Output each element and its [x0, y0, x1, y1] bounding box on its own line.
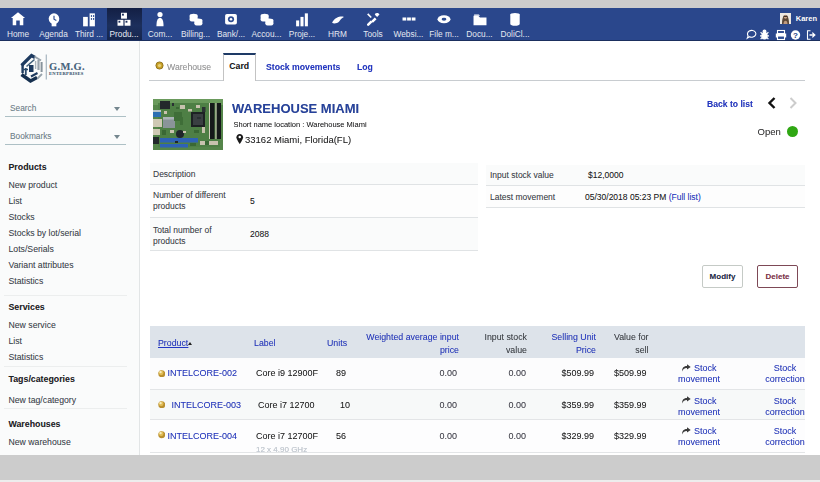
svg-text:ENTERPRISES: ENTERPRISES	[49, 71, 84, 76]
svg-text:?: ?	[793, 31, 798, 40]
svg-text:G.M.G.: G.M.G.	[49, 61, 85, 72]
